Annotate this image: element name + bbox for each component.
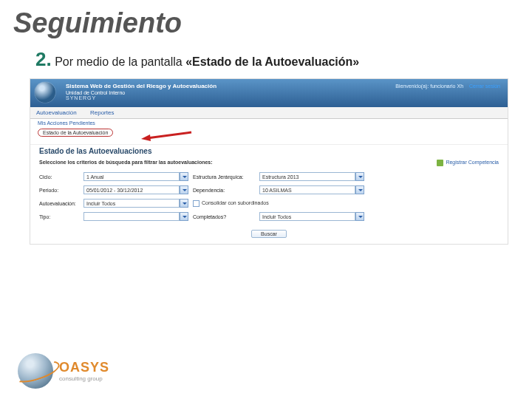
criteria-text: Seleccione los criterios de búsqueda par… (39, 160, 213, 165)
filter-grid: Ciclo: 1 Anual Estructura Jerárquica: Es… (30, 169, 508, 227)
buscar-row: Buscar (30, 227, 508, 244)
callout-arrow-icon (141, 131, 193, 141)
tipo-label: Tipo: (39, 214, 83, 219)
step-bold: «Estado de la Autoevaluación» (185, 55, 359, 68)
dependencia-field[interactable]: 10 ASILMAS (259, 185, 355, 194)
completados-label: Completados? (193, 214, 259, 219)
step-block: 2. Por medio de la pantalla «Estado de l… (0, 39, 532, 75)
periodo-dropdown-icon[interactable] (180, 185, 188, 194)
step-prefix: Por medio de la pantalla (55, 55, 185, 68)
welcome-label: Bienvenido(a): funcionario Xh (395, 83, 463, 89)
register-link[interactable]: Registrar Competencia (437, 160, 499, 166)
autoeval-field[interactable]: Incluir Todos (83, 199, 180, 208)
consolidar-label: Consolidar con subordinados (202, 200, 269, 205)
completados-dropdown-icon[interactable] (355, 212, 364, 221)
estructura-dropdown-icon[interactable] (355, 172, 364, 181)
ciclo-field[interactable]: 1 Anual (83, 172, 180, 181)
dependencia-label: Dependencia: (193, 188, 259, 193)
completados-field[interactable]: Incluir Todos (259, 212, 355, 221)
app-brand: SYNERGY (66, 95, 502, 101)
footer-brand: OASYS (59, 360, 109, 375)
criteria-row: Seleccione los criterios de búsqueda par… (30, 160, 508, 169)
svg-line-0 (147, 132, 191, 138)
tipo-field[interactable] (83, 212, 180, 221)
autoeval-dropdown-icon[interactable] (180, 199, 188, 208)
oasys-orb-icon (18, 353, 53, 389)
logout-link[interactable]: Cerrar sesión (469, 83, 500, 89)
dependencia-dropdown-icon[interactable] (355, 185, 364, 194)
buscar-button[interactable]: Buscar (251, 230, 287, 238)
submenu-pendientes[interactable]: Mis Acciones Pendientes (38, 120, 500, 126)
tipo-dropdown-icon[interactable] (180, 212, 188, 221)
autoeval-label: Autoevaluación: (39, 201, 83, 206)
synergy-logo-icon (35, 82, 55, 103)
footer-logo: OASYS consulting group (18, 353, 109, 389)
svg-marker-1 (141, 134, 151, 141)
app-screenshot: Sistema Web de Gestión del Riesgo y Auto… (30, 78, 508, 245)
menu-reportes[interactable]: Reportes (90, 109, 114, 116)
ciclo-dropdown-icon[interactable] (180, 172, 188, 181)
step-text: Por medio de la pantalla «Estado de la A… (55, 55, 359, 68)
consolidar-checkbox[interactable] (193, 200, 200, 207)
menu-autoevaluacion[interactable]: Autoevaluación (36, 109, 77, 116)
consolidar-row[interactable]: Consolidar con subordinados (193, 200, 369, 207)
step-number: 2. (35, 48, 52, 70)
slide-title: Seguimiento (0, 0, 532, 39)
welcome-text: Bienvenido(a): funcionario Xh Cerrar ses… (395, 83, 500, 89)
page-heading: Estado de las Autoevaluaciones (30, 144, 508, 160)
estructura-field[interactable]: Estructura 2013 (259, 172, 355, 181)
periodo-field[interactable]: 05/01/2012 - 30/12/2012 (83, 185, 180, 194)
ciclo-label: Ciclo: (39, 174, 83, 180)
menubar: Autoevaluación Reportes (30, 107, 508, 119)
submenu: Mis Acciones Pendientes Estado de la Aut… (30, 119, 508, 144)
estructura-label: Estructura Jerárquica: (193, 174, 259, 180)
periodo-label: Periodo: (39, 188, 83, 193)
app-header: Sistema Web de Gestión del Riesgo y Auto… (30, 79, 508, 107)
submenu-estado-highlight[interactable]: Estado de la Autoevaluación (38, 129, 113, 137)
footer-text: OASYS consulting group (59, 360, 109, 382)
footer-tagline: consulting group (59, 375, 109, 382)
app-title-line2: Unidad de Control Interno (66, 90, 502, 96)
